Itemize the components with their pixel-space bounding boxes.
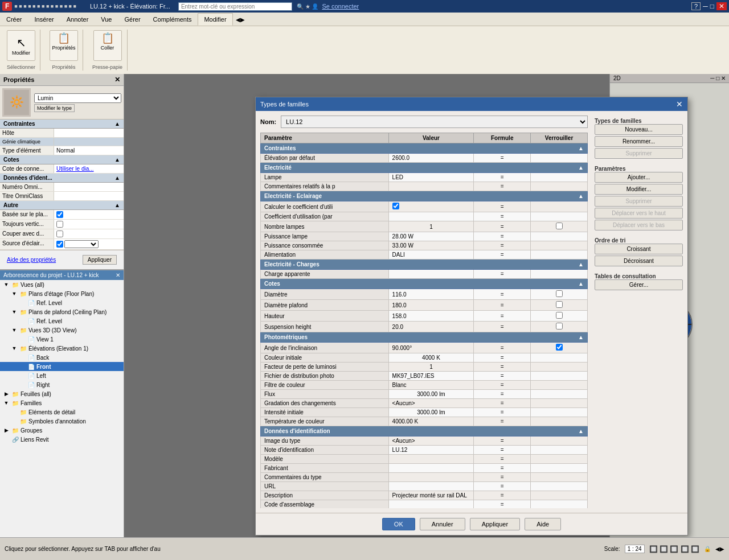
param-formula-cell[interactable]: = (474, 343, 531, 353)
decroissant-btn[interactable]: Décroissant (595, 256, 683, 266)
tree-item[interactable]: 📄Ref. Level (0, 316, 124, 326)
edit-type-btn[interactable]: Modifier le type (34, 104, 75, 112)
section-header-row[interactable]: Contraintes ▲ (261, 143, 588, 154)
param-value-cell[interactable]: 180.0 (388, 300, 474, 311)
param-lock-cell[interactable] (531, 353, 588, 363)
param-formula-cell[interactable]: = (474, 491, 531, 500)
param-lock-cell[interactable] (531, 322, 588, 332)
tree-expander[interactable]: ▼ (10, 308, 18, 316)
param-formula-cell[interactable]: = (474, 455, 531, 464)
tree-item[interactable]: ▼📁Plans de plafond (Ceiling Plan) (0, 307, 124, 316)
param-formula-cell[interactable]: = (474, 372, 531, 381)
param-formula-cell[interactable]: = (474, 232, 531, 241)
tree-expander[interactable] (10, 417, 18, 425)
prop-source-eclair-value[interactable] (54, 239, 124, 249)
login-btn[interactable]: Se connecter (322, 3, 359, 10)
param-value-cell[interactable]: 3000.00 lm (388, 408, 474, 417)
param-value-cell[interactable]: Projecteur monté sur rail DAL (388, 491, 474, 500)
param-formula-cell[interactable]: = (474, 221, 531, 232)
supprimer-types-btn[interactable]: Supprimer (595, 148, 683, 159)
ok-btn[interactable]: OK (382, 518, 415, 530)
tab-gerer[interactable]: Gérer (118, 13, 146, 26)
param-lock-cell[interactable] (531, 482, 588, 491)
param-lock-cell[interactable] (531, 372, 588, 381)
param-value-cell[interactable]: 2600.0 (388, 154, 474, 163)
prop-toujours-vertic-value[interactable] (54, 220, 124, 229)
param-value-cell[interactable]: 28.00 W (388, 232, 474, 241)
param-formula-cell[interactable]: = (474, 311, 531, 322)
tree-item[interactable]: ▶📁Feuilles (all) (0, 389, 124, 398)
tree-expander[interactable]: ▶ (2, 426, 10, 434)
param-formula-cell[interactable]: = (474, 390, 531, 399)
param-lock-cell[interactable] (531, 182, 588, 191)
tree-item[interactable]: ▼📁Élévations (Elevation 1) (0, 344, 124, 353)
croissant-btn[interactable]: Croissant (595, 244, 683, 254)
param-value-cell[interactable]: LED (388, 173, 474, 182)
tree-item[interactable]: 🔗Liens Revit (0, 435, 124, 444)
param-lock-cell[interactable] (531, 311, 588, 322)
param-formula-cell[interactable]: = (474, 417, 531, 426)
param-value-cell[interactable]: 20.0 (388, 322, 474, 332)
param-value-cell[interactable]: 3000.00 lm (388, 390, 474, 399)
aid-link[interactable]: Aide des propriétés (3, 254, 59, 265)
toujours-vertic-checkbox[interactable] (56, 221, 63, 228)
param-value-cell[interactable] (388, 473, 474, 482)
param-lock-cell[interactable] (531, 250, 588, 260)
prop-numero-omni-value[interactable] (54, 183, 124, 191)
param-formula-cell[interactable]: = (474, 289, 531, 300)
param-value-cell[interactable] (388, 500, 474, 509)
param-lock-cell[interactable] (531, 241, 588, 250)
prop-basee-sur-value[interactable] (54, 210, 124, 219)
param-lock-cell[interactable] (531, 446, 588, 455)
tree-expander[interactable] (18, 299, 26, 307)
paste-btn[interactable]: 📋 Coller (93, 30, 122, 61)
param-formula-cell[interactable]: = (474, 173, 531, 182)
tree-expander[interactable] (18, 381, 26, 389)
param-formula-cell[interactable]: = (474, 212, 531, 221)
param-value-cell[interactable]: LU.12 (388, 446, 474, 455)
param-value-cell[interactable] (388, 482, 474, 491)
modifier-param-btn[interactable]: Modifier... (595, 184, 683, 195)
param-value-cell[interactable]: 158.0 (388, 311, 474, 322)
name-select[interactable]: LU.12 (281, 116, 588, 128)
section-header-row[interactable]: Données d'identification ▲ (261, 426, 588, 437)
param-formula-cell[interactable]: = (474, 446, 531, 455)
param-value-cell[interactable]: 4000 K (388, 353, 474, 363)
param-value-cell[interactable]: 116.0 (388, 289, 474, 300)
param-lock-cell[interactable] (531, 173, 588, 182)
appliquer-footer-btn[interactable]: Appliquer (470, 518, 520, 530)
tree-item[interactable]: 📄Right (0, 380, 124, 389)
param-value-cell[interactable]: MK97_LB07.IES (388, 372, 474, 381)
tree-item[interactable]: 📄Ref. Level (0, 298, 124, 307)
prop-hote-value[interactable] (54, 129, 124, 137)
param-lock-cell[interactable] (531, 390, 588, 399)
param-lock-cell[interactable] (531, 363, 588, 372)
tree-item[interactable]: 📄Front (0, 362, 124, 371)
param-lock-cell[interactable] (531, 473, 588, 482)
param-value-cell[interactable]: 90.000° (388, 343, 474, 353)
tab-inserer[interactable]: Insérer (28, 13, 60, 26)
properties-close-icon[interactable]: ✕ (114, 76, 120, 84)
prop-titre-omni-value[interactable] (54, 192, 124, 200)
nouveau-btn[interactable]: Nouveau... (595, 124, 683, 135)
section-header-row[interactable]: Electricité - Eclairage ▲ (261, 191, 588, 201)
maximize-btn[interactable]: □ (710, 2, 714, 10)
tree-expander[interactable] (10, 408, 18, 416)
param-lock-cell[interactable] (531, 464, 588, 473)
param-lock-cell[interactable] (531, 154, 588, 163)
tab-extra[interactable]: ◀▶ (233, 13, 248, 26)
param-formula-cell[interactable]: = (474, 399, 531, 408)
param-formula-cell[interactable]: = (474, 381, 531, 390)
lock-icon[interactable]: 🔒 (704, 546, 711, 552)
tree-item[interactable]: ▼📁Plans d'étage (Floor Plan) (0, 289, 124, 298)
annuler-btn[interactable]: Annuler (420, 518, 465, 530)
view-controls[interactable]: 🔲 🔲 🔲 🔲 🔲 (649, 545, 699, 553)
tree-expander[interactable] (18, 363, 26, 370)
param-lock-cell[interactable] (531, 212, 588, 221)
param-formula-cell[interactable]: = (474, 437, 531, 446)
tree-expander[interactable]: ▶ (2, 390, 10, 398)
tree-item[interactable]: 📄View 1 (0, 335, 124, 344)
param-formula-cell[interactable]: = (474, 300, 531, 311)
source-eclair-select[interactable] (64, 240, 99, 248)
param-formula-cell[interactable]: = (474, 154, 531, 163)
